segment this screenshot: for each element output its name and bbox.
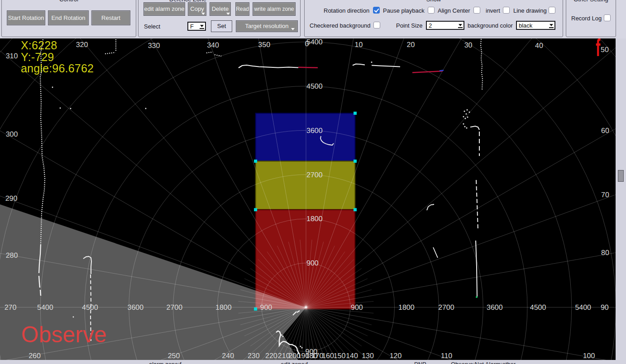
svg-text:2700: 2700: [306, 171, 323, 179]
svg-text:4500: 4500: [530, 304, 546, 312]
svg-text:100: 100: [583, 352, 595, 360]
svg-text:150: 150: [334, 352, 346, 360]
svg-text:1800: 1800: [306, 215, 323, 223]
svg-text:20: 20: [407, 41, 415, 49]
svg-text:40: 40: [535, 42, 543, 50]
svg-text:60: 60: [601, 127, 609, 135]
svg-text:5400: 5400: [37, 304, 53, 312]
svg-text:10: 10: [355, 41, 363, 49]
svg-text:50: 50: [601, 46, 609, 54]
svg-text:280: 280: [6, 252, 18, 260]
svg-text:30: 30: [464, 42, 473, 49]
svg-text:120: 120: [390, 352, 402, 360]
svg-text:110: 110: [441, 352, 453, 360]
svg-text:90: 90: [601, 304, 609, 312]
svg-text:3600: 3600: [306, 127, 323, 135]
svg-text:240: 240: [222, 352, 234, 360]
svg-text:160: 160: [322, 352, 334, 360]
svg-text:900: 900: [260, 304, 272, 312]
svg-text:5400: 5400: [575, 304, 591, 312]
svg-text:140: 140: [346, 352, 358, 360]
svg-text:250: 250: [168, 352, 180, 360]
svg-text:350: 350: [258, 41, 270, 49]
svg-text:3600: 3600: [128, 304, 144, 312]
svg-text:300: 300: [6, 131, 18, 138]
svg-text:330: 330: [148, 42, 160, 50]
svg-text:900: 900: [351, 304, 363, 312]
svg-text:4500: 4500: [306, 83, 323, 90]
svg-text:210: 210: [278, 352, 290, 360]
svg-text:900: 900: [306, 348, 318, 356]
svg-text:1800: 1800: [398, 304, 415, 312]
svg-text:1800: 1800: [215, 304, 232, 312]
svg-text:340: 340: [207, 42, 219, 49]
svg-text:230: 230: [248, 352, 260, 360]
svg-text:80: 80: [601, 249, 609, 257]
svg-text:260: 260: [29, 352, 41, 360]
svg-text:130: 130: [362, 352, 374, 360]
svg-text:270: 270: [5, 304, 17, 312]
svg-text:4500: 4500: [82, 304, 98, 312]
svg-text:310: 310: [6, 52, 18, 60]
svg-text:5400: 5400: [306, 38, 323, 46]
svg-text:3600: 3600: [487, 304, 503, 312]
svg-text:290: 290: [5, 195, 18, 203]
svg-text:220: 220: [265, 352, 277, 360]
svg-text:900: 900: [306, 260, 319, 267]
svg-text:2700: 2700: [167, 304, 183, 312]
svg-text:70: 70: [601, 191, 609, 199]
svg-text:2700: 2700: [438, 304, 454, 312]
